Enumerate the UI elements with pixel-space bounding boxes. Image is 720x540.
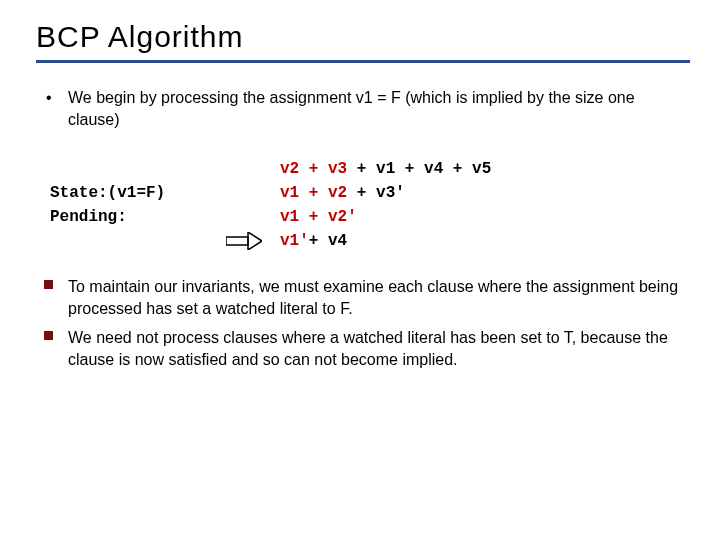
clause-1-rest: + v1 + v4 + v5 [347, 160, 491, 178]
clause-4-watched: v1' [280, 232, 309, 250]
note-1-text: To maintain our invariants, we must exam… [68, 276, 690, 319]
clause-1-watched: v2 + v3 [280, 160, 347, 178]
clause-row-3: Pending: v1 + v2' [50, 208, 690, 226]
clause-2-watched: v1 + v2 [280, 184, 347, 202]
clause-4: v1'+ v4 [280, 232, 690, 250]
intro-bullet-item: • We begin by processing the assignment … [40, 87, 690, 130]
clause-row-2: State:(v1=F) v1 + v2 + v3' [50, 184, 690, 202]
note-item-2: We need not process clauses where a watc… [40, 327, 690, 370]
clause-2: v1 + v2 + v3' [280, 184, 690, 202]
svg-rect-0 [226, 237, 248, 245]
clause-row-4: v1'+ v4 [50, 232, 690, 250]
square-bullet-icon [40, 327, 68, 370]
clause-3: v1 + v2' [280, 208, 690, 226]
clause-1: v2 + v3 + v1 + v4 + v5 [280, 160, 690, 178]
clause-3-watched: v1 + v2' [280, 208, 357, 226]
pending-label: Pending: [50, 208, 280, 226]
clause-4-rest: + v4 [309, 232, 347, 250]
square-bullet-icon [40, 276, 68, 319]
clause-2-rest: + v3' [347, 184, 405, 202]
page-title: BCP Algorithm [36, 20, 690, 54]
clause-area: v2 + v3 + v1 + v4 + v5 State:(v1=F) v1 +… [50, 160, 690, 250]
svg-marker-1 [248, 232, 262, 250]
note-item-1: To maintain our invariants, we must exam… [40, 276, 690, 319]
title-underline [36, 60, 690, 63]
state-label: State:(v1=F) [50, 184, 280, 202]
bullet-dot: • [40, 87, 68, 130]
arrow-icon [226, 232, 262, 250]
intro-text: We begin by processing the assignment v1… [68, 87, 690, 130]
clause-row-1: v2 + v3 + v1 + v4 + v5 [50, 160, 690, 178]
note-2-text: We need not process clauses where a watc… [68, 327, 690, 370]
